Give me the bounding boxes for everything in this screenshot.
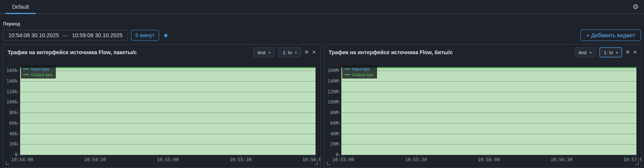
y-tick-label: 40M xyxy=(330,131,339,137)
grid-line xyxy=(341,113,637,113)
grid-line xyxy=(20,113,316,113)
y-tick-label: 120M xyxy=(328,89,339,94)
tab-default[interactable]: Default xyxy=(5,0,36,13)
y-axis: 160k140k120k100k80k60k40k20k0 xyxy=(3,68,17,155)
legend-swatch xyxy=(344,69,350,69)
grid-line xyxy=(20,144,316,144)
y-tick-mark xyxy=(339,134,341,134)
grid-line xyxy=(20,134,316,134)
plot-area[interactable]: Input bps Output bps xyxy=(341,67,637,155)
y-tick-mark xyxy=(17,123,20,124)
tab-label: Default xyxy=(12,4,29,10)
legend-swatch xyxy=(344,74,350,75)
chart-legend: Input bps Output bps xyxy=(342,65,377,79)
x-tick-label: 10:57:00 xyxy=(623,157,642,162)
legend-label: Output pps xyxy=(31,72,52,77)
y-tick-label: 40k xyxy=(9,131,17,137)
y-tick-label: 0 xyxy=(15,152,17,157)
resize-handle-bottom-left[interactable] xyxy=(327,162,330,165)
y-tick-mark xyxy=(339,113,341,113)
legend-swatch xyxy=(23,69,29,69)
grid-line xyxy=(341,134,637,134)
y-tick-label: 100k xyxy=(6,99,17,105)
y-tick-label: 100M xyxy=(328,99,339,105)
x-tick-label: 10:56:00 xyxy=(302,157,320,162)
time-from: 10:54:08 30.10.2025 xyxy=(8,32,59,38)
grid-line xyxy=(341,123,637,124)
grid-line xyxy=(341,144,637,144)
resize-handle-bottom-right[interactable] xyxy=(635,162,639,165)
period-label: Период xyxy=(3,21,641,27)
y-tick-label: 60k xyxy=(9,121,17,126)
time-range-picker[interactable]: 10:54:08 30.10.2025 — 10:59:08 30.10.202… xyxy=(3,30,128,41)
preset-5min-button[interactable]: 5 минут xyxy=(131,30,159,41)
grid-line xyxy=(20,123,316,124)
period-section: Период 10:54:08 30.10.2025 — 10:59:08 30… xyxy=(0,14,644,41)
live-indicator-dot xyxy=(164,34,167,37)
legend-item-output[interactable]: Output bps xyxy=(344,72,374,77)
gear-icon[interactable]: ⚙ xyxy=(633,3,639,10)
y-tick-label: 140M xyxy=(328,79,339,84)
y-tick-label: 20k xyxy=(9,141,17,147)
grid-line xyxy=(341,102,637,102)
chart-bps: 160M140M120M100M80M60M40M20M0 Input bps … xyxy=(324,45,642,167)
y-tick-mark xyxy=(339,92,341,92)
x-tick-label: 10:55:30 xyxy=(405,157,427,162)
grid-line xyxy=(20,102,316,102)
grid-line xyxy=(20,92,316,92)
time-separator: — xyxy=(63,32,68,38)
plot-area[interactable]: Input pps Output pps xyxy=(20,67,316,155)
y-tick-label: 160k xyxy=(6,68,17,73)
y-tick-mark xyxy=(339,123,341,124)
tab-bar: Default ⚙ xyxy=(0,0,644,14)
y-tick-mark xyxy=(339,155,341,155)
x-tick-label: 10:54:30 xyxy=(84,157,106,162)
chart-legend: Input pps Output pps xyxy=(21,65,56,79)
resize-handle-bottom-left[interactable] xyxy=(6,162,9,165)
x-tick-label: 10:56:00 xyxy=(478,157,500,162)
y-tick-mark xyxy=(339,144,341,144)
y-tick-mark xyxy=(17,144,20,144)
y-tick-label: 160M xyxy=(328,68,339,73)
chart-pps: 160k140k120k100k80k60k40k20k0 Input pps … xyxy=(3,45,320,167)
x-tick-label: 10:54:00 xyxy=(11,157,33,162)
legend-swatch xyxy=(23,74,29,75)
grid-line xyxy=(341,71,637,71)
x-axis: 10:55:0010:55:3010:56:0010:56:3010:57:00 xyxy=(341,157,637,163)
grid-line xyxy=(20,71,316,71)
y-tick-mark xyxy=(339,102,341,102)
x-tick-label: 10:55:30 xyxy=(229,157,251,162)
y-tick-label: 80k xyxy=(9,110,17,115)
y-tick-mark xyxy=(339,71,341,71)
time-to: 10:59:08 30.10.2025 xyxy=(72,32,123,38)
y-tick-mark xyxy=(17,134,20,134)
y-tick-label: 140k xyxy=(6,79,17,84)
y-tick-mark xyxy=(17,102,20,102)
y-axis: 160M140M120M100M80M60M40M20M0 xyxy=(324,68,339,155)
y-tick-label: 20M xyxy=(330,141,339,147)
y-tick-mark xyxy=(339,81,341,82)
y-tick-mark xyxy=(17,113,20,113)
resize-handle-bottom-right[interactable] xyxy=(314,162,318,165)
x-tick-label: 10:55:00 xyxy=(332,157,354,162)
y-tick-mark xyxy=(17,155,20,155)
widget-panel-bps: Трафик на интерфейсе источника Flow, бит… xyxy=(324,44,642,168)
x-axis: 10:54:0010:54:3010:55:0010:55:3010:56:00 xyxy=(20,157,316,163)
y-tick-label: 0 xyxy=(336,152,338,157)
y-tick-mark xyxy=(17,92,20,92)
widgets-row: Трафик на интерфейсе источника Flow, пак… xyxy=(0,44,644,168)
period-controls-row: 10:54:08 30.10.2025 — 10:59:08 30.10.202… xyxy=(3,30,641,41)
grid-line xyxy=(20,81,316,82)
x-tick-label: 10:56:30 xyxy=(551,157,573,162)
grid-line xyxy=(341,81,637,82)
y-tick-label: 80M xyxy=(330,110,339,115)
widget-panel-pps: Трафик на интерфейсе источника Flow, пак… xyxy=(3,44,321,168)
grid-line xyxy=(341,92,637,92)
y-tick-label: 60M xyxy=(330,121,339,126)
y-tick-mark xyxy=(17,81,20,82)
add-widget-button[interactable]: + Добавить виджет xyxy=(581,30,641,41)
y-tick-label: 120k xyxy=(6,89,17,94)
legend-item-output[interactable]: Output pps xyxy=(23,72,52,77)
x-tick-label: 10:55:00 xyxy=(157,157,179,162)
legend-label: Output bps xyxy=(352,72,374,77)
